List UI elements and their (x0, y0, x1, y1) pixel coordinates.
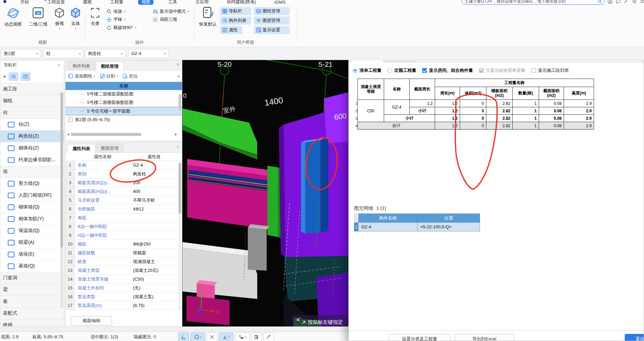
exit-button[interactable]: 退出 (625, 334, 644, 341)
property-row[interactable]: 1 名称 GZ-4 (65, 161, 182, 170)
properties-scrollbar[interactable] (179, 162, 181, 310)
checkbox-section-group[interactable]: 显示施工段归类 (531, 67, 569, 74)
orbit-button[interactable]: 动态观察 (2, 6, 24, 34)
app-logo[interactable] (3, 0, 6, 3)
property-value[interactable]: (C50) (130, 277, 178, 282)
solid-mode-button[interactable]: 实体 ▾ (68, 6, 83, 34)
property-value[interactable]: 按截面 (130, 250, 178, 256)
help-search-input[interactable]: 土建计量GTJ中，楼层设置中显示错乱，地下楼层显示到 (462, 0, 605, 5)
collapse-icon[interactable]: − (68, 117, 73, 122)
sidebar-item[interactable]: 人防门框墙(RF) (0, 190, 64, 201)
scroll-left-icon[interactable]: ◀ (67, 133, 69, 136)
sidebar-item[interactable]: 砌体墙(Q) (0, 201, 64, 213)
layer-tree-row[interactable]: − 第2层 (5.85~8.75) (65, 115, 182, 124)
property-value[interactable]: Φ6@250 (130, 241, 178, 247)
property-value[interactable]: (混凝土泵) (130, 294, 178, 300)
scroll-right-icon[interactable]: ▶ (175, 133, 177, 136)
property-row[interactable]: 17 泵送高度(m) (8.75) (65, 301, 182, 310)
radio-list-quantity[interactable]: 清单工程量 (353, 67, 381, 74)
viewport-3d-canvas[interactable]: 5-20 5-21 0 室外 1400 600 X 按鼠标左键指定 (182, 59, 348, 326)
table-row-total[interactable]: 合计 1.2 0 2.82 1 0.08 2.9 (358, 122, 594, 130)
tab-drawing-mgmt[interactable]: 图纸管理 (96, 62, 124, 70)
nav-list-view-button[interactable] (9, 73, 18, 81)
sidebar-item[interactable]: 施工段 (0, 83, 64, 95)
show-selected-button[interactable]: 显示选中图元▾ (153, 8, 189, 15)
angle-snap-button[interactable]: ▾ (219, 333, 234, 341)
sidebar-item[interactable]: 装配式 (0, 308, 64, 319)
property-row[interactable]: 15 混凝土外加剂 (无) (65, 284, 182, 292)
component-type-select[interactable]: 构造柱▾ (85, 49, 126, 58)
sidebar-item[interactable]: 剪力墙(Q) (0, 178, 64, 190)
tab-layer-mgmt[interactable]: 图层管理 (96, 144, 124, 152)
close-icon[interactable] (640, 0, 644, 4)
table-row[interactable]: C50 GZ-4 1.2 1.2 0 2.82 1 0.08 2.9 (358, 100, 594, 107)
top-view-button[interactable]: 俯视 ▾ (52, 6, 67, 34)
property-row[interactable]: 16 泵送类型 (混凝土泵) (65, 292, 182, 301)
category-select[interactable]: 柱▾ (43, 49, 84, 58)
property-value[interactable]: 构造柱 (130, 171, 178, 177)
drawing-row[interactable]: 5 号住宅楼一层平面图 (65, 107, 182, 115)
checkbox-standard-layer[interactable]: 只显示标准层单层量 (479, 67, 525, 74)
sidebar-item[interactable]: 构造柱(Z) (0, 131, 64, 142)
sidebar-item[interactable]: 板 (0, 296, 64, 308)
2d-3d-toggle-button[interactable]: 2D 二维/三维 (26, 6, 51, 34)
sidebar-item[interactable]: 楼梯 (0, 319, 64, 326)
properties-toggle-button[interactable]: 属性 (220, 26, 242, 34)
drawing-row[interactable]: 5号楼二层楼面梁配筋图 (65, 90, 182, 98)
menu-item[interactable]: 开始 (17, 0, 32, 5)
share-icon[interactable] (624, 0, 629, 4)
sidebar-item[interactable]: 柱(Z) (0, 119, 64, 131)
sidebar-item[interactable]: 砌体柱(Z) (0, 142, 64, 154)
user-icon[interactable] (608, 0, 613, 4)
floor-select[interactable]: 第2层▾ (1, 49, 41, 58)
sidebar-item[interactable]: 保温墙(Q) (0, 225, 64, 237)
add-icon[interactable]: + (3, 74, 6, 79)
close-icon[interactable]: × (177, 144, 179, 149)
property-row[interactable]: 4 截面高度(H边)(... 400 (65, 187, 182, 196)
fullscreen-button[interactable]: 全屏 (88, 6, 102, 34)
property-value[interactable]: (8.75) (130, 303, 178, 308)
component-name-select[interactable]: GZ-4▾ (128, 49, 169, 58)
tab-property-list[interactable]: 属性列表 (68, 144, 95, 153)
property-value[interactable]: (无) (130, 285, 178, 291)
pan-button[interactable]: 平移▾ (107, 16, 126, 23)
sidebar-item[interactable]: 门窗洞 (0, 272, 64, 284)
sidebar-item[interactable]: 梁 (0, 284, 64, 296)
sidebar-item[interactable]: 约束边缘非阴影... (0, 154, 64, 166)
set-classification-button[interactable]: 设置分类及工程量 (388, 334, 451, 341)
menu-item[interactable]: 工具 (165, 0, 181, 5)
add-drawing-button[interactable]: 添加图纸 ▾ (68, 73, 95, 79)
property-row[interactable]: 11 箍筋肢数 按截面 (65, 249, 182, 257)
scrollbar-thumb[interactable] (179, 163, 181, 214)
export-excel-button[interactable]: 导出到Excel (455, 334, 514, 341)
property-row[interactable]: 14 混凝土强度等级 (C50) (65, 275, 182, 284)
menu-item[interactable]: 协同建模(限免) (223, 0, 260, 5)
property-value[interactable]: 现浇混凝土 (130, 259, 178, 265)
property-row[interactable]: 9 H边一侧中部筋 (65, 231, 182, 240)
menu-item[interactable]: 视图 (138, 0, 154, 5)
property-value[interactable]: 200 (130, 180, 178, 185)
split-drawing-button[interactable]: 分割 ▾ (100, 73, 118, 79)
vertical-scrollbar-thumb[interactable] (179, 94, 181, 110)
property-row[interactable]: 12 材质 现浇混凝土 (65, 257, 182, 266)
property-row[interactable]: 5 马牙槎设置 不带马牙槎 (65, 196, 182, 205)
chat-icon[interactable] (616, 0, 621, 4)
local-3d-button[interactable]: 局部三维 (153, 16, 177, 23)
property-row[interactable]: 10 箍筋 Φ6@250 (65, 240, 182, 249)
property-row[interactable]: 8 B边一侧中部筋 (65, 222, 182, 231)
layer-mgmt-toggle-button[interactable]: 图层管理 (254, 17, 290, 25)
rotate90-button[interactable]: 顺旋转90°▾ (107, 24, 136, 31)
property-row[interactable]: 3 截面宽度(B边)(... 200 (65, 178, 182, 187)
sidebar-item[interactable]: 幕墙(Q) (0, 260, 64, 272)
menu-item[interactable]: 建模 (80, 0, 95, 5)
quantity-table[interactable]: 混凝土强度等级 名称 截面周长 工程量名称 周长(m) 体积(m3) 模板面积(… (357, 79, 594, 130)
component-list-toggle-button[interactable]: 构件列表 (220, 17, 251, 25)
property-value[interactable]: 不带马牙槎 (130, 197, 178, 203)
property-value[interactable]: 4Φ12 (130, 206, 178, 211)
rect-select-button[interactable]: ▾ (190, 333, 205, 341)
table-row-subtotal[interactable]: 小计 1.2 0 2.82 1 0.08 2.9 (358, 115, 594, 122)
sidebar-item[interactable]: 暗梁(A) (0, 237, 64, 249)
cross-select-button[interactable] (207, 333, 217, 341)
property-row[interactable]: 2 类别 构造柱 (65, 170, 182, 178)
ortho-mode-button[interactable] (178, 333, 189, 341)
